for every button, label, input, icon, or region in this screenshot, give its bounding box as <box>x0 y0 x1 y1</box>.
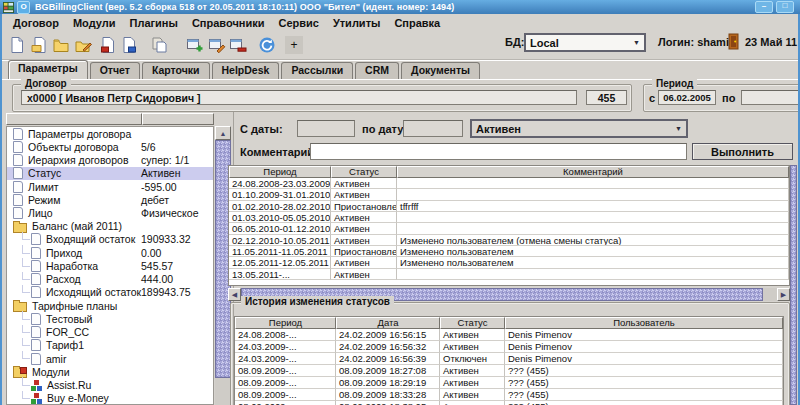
tree-item[interactable]: Assist.Ru <box>7 378 213 391</box>
tree-item[interactable]: Расход444.00 <box>7 273 213 286</box>
column-header[interactable]: Статус <box>331 166 397 178</box>
open-folder-icon[interactable] <box>51 35 71 55</box>
tab-documents[interactable]: Документы <box>401 62 480 79</box>
tab-bar: Параметры Отчет Карточки HelpDesk Рассыл… <box>8 62 482 79</box>
tree-item[interactable]: Объекты договора5/6 <box>7 140 213 153</box>
tree-item[interactable]: Тариф1 <box>7 339 213 352</box>
column-header[interactable]: Дата <box>336 317 440 329</box>
menu-service[interactable]: Сервис <box>271 17 325 29</box>
vertical-scrollbar-thumb[interactable] <box>790 165 797 405</box>
contract-field[interactable]: x0000 [ Иванов Петр Сидорович ] <box>21 90 577 105</box>
add-button[interactable]: + <box>285 36 303 54</box>
contract-id-field[interactable]: 455 <box>586 90 627 105</box>
menu-directories[interactable]: Справочники <box>185 17 272 29</box>
status-select[interactable]: Активен ▼ <box>470 119 688 138</box>
copy-paste-icon[interactable] <box>149 35 169 55</box>
table-row[interactable]: 24.03.2009-...24.02.2009 16:56:32Активен… <box>235 341 783 353</box>
tree-item[interactable]: СтатусАктивен <box>7 167 213 180</box>
tree-item[interactable]: Исходящий остаток189943.75 <box>7 286 213 299</box>
menu-plugins[interactable]: Плагины <box>122 17 184 29</box>
tree-item[interactable]: Buy e-Money <box>7 392 213 405</box>
tree-item[interactable]: Входящий остаток190933.32 <box>7 233 213 246</box>
column-header[interactable]: Период <box>229 166 331 178</box>
tree-item[interactable]: Тарифные планы <box>7 299 213 312</box>
edit-window-icon[interactable] <box>207 35 227 55</box>
maximize-button[interactable]: □ <box>776 1 794 13</box>
tree-item[interactable]: Приход0.00 <box>7 246 213 259</box>
tree-item[interactable]: ЛицоФизическое <box>7 206 213 219</box>
tree-item[interactable]: Лимит-595.00 <box>7 180 213 193</box>
column-header[interactable]: Комментарий <box>397 166 789 178</box>
tree-scrollbar-track[interactable] <box>215 378 231 405</box>
tree-item[interactable]: Наработка545.57 <box>7 259 213 272</box>
menu-contract[interactable]: Договор <box>6 17 66 29</box>
table-row[interactable]: 24.08.2008-23.03.2009Активен <box>229 178 789 189</box>
tree-item[interactable]: Тестовый <box>7 312 213 325</box>
new-document-icon[interactable] <box>7 35 27 55</box>
save-document-red-icon[interactable] <box>98 35 118 55</box>
table-row[interactable]: 13.05.2011-...Активен <box>229 269 789 280</box>
column-header[interactable]: Статус <box>440 317 505 329</box>
period-from-field[interactable]: 06.02.2005 <box>658 90 716 105</box>
refresh-icon[interactable] <box>257 35 277 55</box>
menu-utilities[interactable]: Утилиты <box>326 17 388 29</box>
table-row[interactable]: 08.09.2009-...08.09.2009 18:38:05Активен… <box>235 401 783 405</box>
delete-window-icon[interactable] <box>228 35 248 55</box>
tab-parameters[interactable]: Параметры <box>8 60 88 79</box>
column-header[interactable]: Период <box>235 317 336 329</box>
table-cell <box>397 269 789 280</box>
document-icon <box>31 233 41 245</box>
open-document-icon[interactable] <box>29 35 49 55</box>
logout-door-icon[interactable] <box>727 33 741 54</box>
minimize-button[interactable]: – <box>755 1 773 13</box>
table-row[interactable]: 08.09.2009-...08.09.2009 18:27:08Активен… <box>235 365 783 377</box>
table-row[interactable]: 01.10.2009-31.01.2010Активен <box>229 189 789 200</box>
table-row[interactable]: 08.09.2009-...08.09.2009 18:33:28Активен… <box>235 389 783 401</box>
tree-header-name-column[interactable] <box>6 113 142 125</box>
module-blocks-icon <box>31 380 42 391</box>
comment-field[interactable] <box>310 143 687 160</box>
table-row[interactable]: 24.03.2009-...24.02.2009 16:56:39Отключе… <box>235 353 783 365</box>
menu-help[interactable]: Справка <box>387 17 447 29</box>
horizontal-scrollbar-track[interactable] <box>763 288 777 301</box>
table-cell: 24.08.2008-... <box>235 329 336 341</box>
table-cell: 01.02.2010-28.02.2010 <box>229 201 331 212</box>
period-to-field[interactable] <box>741 90 800 105</box>
save-document-blue-icon[interactable] <box>119 35 139 55</box>
table-row[interactable]: 01.02.2010-28.02.2010Приостановленtffrff… <box>229 201 789 212</box>
tree-item[interactable]: FOR_CC <box>7 326 213 339</box>
tree-item-label: amir <box>46 353 66 365</box>
menu-modules[interactable]: Модули <box>66 17 123 29</box>
tab-report[interactable]: Отчет <box>90 62 140 79</box>
tree-scroll-up-icon[interactable]: ▲ <box>215 126 231 140</box>
table-row[interactable]: 02.12.2010-10.05.2011АктивенИзменено пол… <box>229 235 789 246</box>
edit-folder-icon[interactable] <box>73 35 93 55</box>
tree-item[interactable]: Режимдебет <box>7 193 213 206</box>
tree-item[interactable]: Иерархия договоровсупер: 1/1 <box>7 153 213 166</box>
table-row[interactable]: 24.08.2008-...24.02.2009 16:56:15Активен… <box>235 329 783 341</box>
scroll-right-icon[interactable]: ▶ <box>777 288 790 301</box>
from-date-field[interactable] <box>297 120 355 137</box>
tree-header-value-column[interactable] <box>142 113 214 125</box>
tree-item[interactable]: Баланс (май 2011) <box>7 220 213 233</box>
tab-mailings[interactable]: Рассылки <box>281 62 353 79</box>
table-row[interactable]: 08.09.2009-...08.09.2009 18:29:19Активен… <box>235 377 783 389</box>
to-date-field[interactable] <box>403 120 463 137</box>
db-select[interactable]: Local ▼ <box>524 33 646 52</box>
table-row[interactable]: 11.05.2011-11.05.2011ПриостановленИзмене… <box>229 246 789 257</box>
tree-item[interactable]: Модули <box>7 365 213 378</box>
execute-button[interactable]: Выполнить <box>692 143 793 160</box>
tab-crm[interactable]: CRM <box>355 62 399 79</box>
table-row[interactable]: 06.05.2010-01.12.2010Активен <box>229 223 789 234</box>
tree-item[interactable]: Параметры договора <box>7 127 213 140</box>
scroll-left-icon[interactable]: ◀ <box>228 288 241 301</box>
document-icon <box>31 313 41 325</box>
tab-cards[interactable]: Карточки <box>142 62 210 79</box>
table-row[interactable]: 01.03.2010-05.05.2010Активен <box>229 212 789 223</box>
tab-helpdesk[interactable]: HelpDesk <box>212 62 280 79</box>
window-menu-icon[interactable]: O <box>17 1 30 14</box>
tree-item[interactable]: amir <box>7 352 213 365</box>
add-window-icon[interactable] <box>185 35 205 55</box>
table-row[interactable]: 12.05.2011-12.05.2011АктивенИзменено пол… <box>229 257 789 268</box>
column-header[interactable]: Пользователь <box>505 317 783 329</box>
